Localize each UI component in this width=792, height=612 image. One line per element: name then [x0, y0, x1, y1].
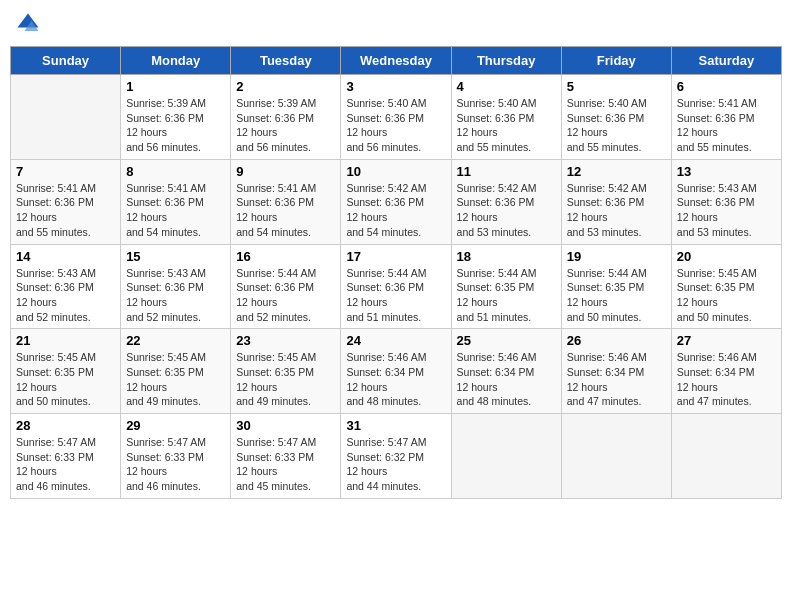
day-info: Sunrise: 5:46 AMSunset: 6:34 PM12 hoursa… [677, 350, 776, 409]
weekday-header-monday: Monday [121, 47, 231, 75]
day-number: 30 [236, 418, 335, 433]
calendar-cell: 10Sunrise: 5:42 AMSunset: 6:36 PM12 hour… [341, 159, 451, 244]
calendar-cell [11, 75, 121, 160]
day-info: Sunrise: 5:42 AMSunset: 6:36 PM12 hoursa… [346, 181, 445, 240]
day-number: 13 [677, 164, 776, 179]
day-info: Sunrise: 5:47 AMSunset: 6:33 PM12 hoursa… [16, 435, 115, 494]
day-number: 18 [457, 249, 556, 264]
day-number: 4 [457, 79, 556, 94]
calendar-cell: 30Sunrise: 5:47 AMSunset: 6:33 PM12 hour… [231, 414, 341, 499]
day-info: Sunrise: 5:44 AMSunset: 6:35 PM12 hoursa… [567, 266, 666, 325]
calendar-cell: 28Sunrise: 5:47 AMSunset: 6:33 PM12 hour… [11, 414, 121, 499]
calendar-cell: 17Sunrise: 5:44 AMSunset: 6:36 PM12 hour… [341, 244, 451, 329]
calendar-cell: 12Sunrise: 5:42 AMSunset: 6:36 PM12 hour… [561, 159, 671, 244]
day-info: Sunrise: 5:45 AMSunset: 6:35 PM12 hoursa… [16, 350, 115, 409]
weekday-header-sunday: Sunday [11, 47, 121, 75]
day-number: 21 [16, 333, 115, 348]
calendar-table: SundayMondayTuesdayWednesdayThursdayFrid… [10, 46, 782, 499]
day-info: Sunrise: 5:44 AMSunset: 6:35 PM12 hoursa… [457, 266, 556, 325]
calendar-cell: 11Sunrise: 5:42 AMSunset: 6:36 PM12 hour… [451, 159, 561, 244]
day-info: Sunrise: 5:40 AMSunset: 6:36 PM12 hoursa… [346, 96, 445, 155]
calendar-cell: 2Sunrise: 5:39 AMSunset: 6:36 PM12 hours… [231, 75, 341, 160]
calendar-week-4: 21Sunrise: 5:45 AMSunset: 6:35 PM12 hour… [11, 329, 782, 414]
day-number: 3 [346, 79, 445, 94]
day-number: 16 [236, 249, 335, 264]
day-info: Sunrise: 5:44 AMSunset: 6:36 PM12 hoursa… [346, 266, 445, 325]
day-number: 24 [346, 333, 445, 348]
calendar-cell: 21Sunrise: 5:45 AMSunset: 6:35 PM12 hour… [11, 329, 121, 414]
day-info: Sunrise: 5:46 AMSunset: 6:34 PM12 hoursa… [346, 350, 445, 409]
day-info: Sunrise: 5:45 AMSunset: 6:35 PM12 hoursa… [126, 350, 225, 409]
weekday-header-saturday: Saturday [671, 47, 781, 75]
day-info: Sunrise: 5:42 AMSunset: 6:36 PM12 hoursa… [567, 181, 666, 240]
day-info: Sunrise: 5:39 AMSunset: 6:36 PM12 hoursa… [126, 96, 225, 155]
calendar-cell: 23Sunrise: 5:45 AMSunset: 6:35 PM12 hour… [231, 329, 341, 414]
calendar-cell [561, 414, 671, 499]
day-number: 14 [16, 249, 115, 264]
page-header [10, 10, 782, 38]
calendar-cell: 15Sunrise: 5:43 AMSunset: 6:36 PM12 hour… [121, 244, 231, 329]
day-number: 31 [346, 418, 445, 433]
day-number: 1 [126, 79, 225, 94]
day-info: Sunrise: 5:40 AMSunset: 6:36 PM12 hoursa… [567, 96, 666, 155]
day-info: Sunrise: 5:41 AMSunset: 6:36 PM12 hoursa… [16, 181, 115, 240]
day-number: 7 [16, 164, 115, 179]
calendar-cell: 14Sunrise: 5:43 AMSunset: 6:36 PM12 hour… [11, 244, 121, 329]
calendar-cell: 19Sunrise: 5:44 AMSunset: 6:35 PM12 hour… [561, 244, 671, 329]
logo [14, 10, 46, 38]
day-info: Sunrise: 5:45 AMSunset: 6:35 PM12 hoursa… [677, 266, 776, 325]
calendar-cell: 29Sunrise: 5:47 AMSunset: 6:33 PM12 hour… [121, 414, 231, 499]
logo-icon [14, 10, 42, 38]
day-info: Sunrise: 5:41 AMSunset: 6:36 PM12 hoursa… [236, 181, 335, 240]
calendar-cell: 27Sunrise: 5:46 AMSunset: 6:34 PM12 hour… [671, 329, 781, 414]
calendar-cell: 9Sunrise: 5:41 AMSunset: 6:36 PM12 hours… [231, 159, 341, 244]
svg-marker-0 [18, 14, 39, 28]
day-number: 10 [346, 164, 445, 179]
weekday-header-thursday: Thursday [451, 47, 561, 75]
day-number: 25 [457, 333, 556, 348]
day-info: Sunrise: 5:43 AMSunset: 6:36 PM12 hoursa… [677, 181, 776, 240]
calendar-cell: 24Sunrise: 5:46 AMSunset: 6:34 PM12 hour… [341, 329, 451, 414]
calendar-cell: 25Sunrise: 5:46 AMSunset: 6:34 PM12 hour… [451, 329, 561, 414]
day-info: Sunrise: 5:46 AMSunset: 6:34 PM12 hoursa… [457, 350, 556, 409]
calendar-cell: 6Sunrise: 5:41 AMSunset: 6:36 PM12 hours… [671, 75, 781, 160]
calendar-cell: 18Sunrise: 5:44 AMSunset: 6:35 PM12 hour… [451, 244, 561, 329]
calendar-cell: 3Sunrise: 5:40 AMSunset: 6:36 PM12 hours… [341, 75, 451, 160]
day-info: Sunrise: 5:45 AMSunset: 6:35 PM12 hoursa… [236, 350, 335, 409]
calendar-cell [671, 414, 781, 499]
day-info: Sunrise: 5:47 AMSunset: 6:33 PM12 hoursa… [126, 435, 225, 494]
calendar-cell: 13Sunrise: 5:43 AMSunset: 6:36 PM12 hour… [671, 159, 781, 244]
day-number: 19 [567, 249, 666, 264]
day-info: Sunrise: 5:44 AMSunset: 6:36 PM12 hoursa… [236, 266, 335, 325]
calendar-cell: 16Sunrise: 5:44 AMSunset: 6:36 PM12 hour… [231, 244, 341, 329]
day-info: Sunrise: 5:41 AMSunset: 6:36 PM12 hoursa… [677, 96, 776, 155]
day-number: 23 [236, 333, 335, 348]
day-info: Sunrise: 5:40 AMSunset: 6:36 PM12 hoursa… [457, 96, 556, 155]
day-number: 8 [126, 164, 225, 179]
day-number: 2 [236, 79, 335, 94]
day-info: Sunrise: 5:42 AMSunset: 6:36 PM12 hoursa… [457, 181, 556, 240]
calendar-week-2: 7Sunrise: 5:41 AMSunset: 6:36 PM12 hours… [11, 159, 782, 244]
day-info: Sunrise: 5:39 AMSunset: 6:36 PM12 hoursa… [236, 96, 335, 155]
calendar-cell: 4Sunrise: 5:40 AMSunset: 6:36 PM12 hours… [451, 75, 561, 160]
calendar-cell: 5Sunrise: 5:40 AMSunset: 6:36 PM12 hours… [561, 75, 671, 160]
calendar-week-3: 14Sunrise: 5:43 AMSunset: 6:36 PM12 hour… [11, 244, 782, 329]
calendar-cell: 31Sunrise: 5:47 AMSunset: 6:32 PM12 hour… [341, 414, 451, 499]
day-number: 12 [567, 164, 666, 179]
day-info: Sunrise: 5:47 AMSunset: 6:32 PM12 hoursa… [346, 435, 445, 494]
calendar-cell: 20Sunrise: 5:45 AMSunset: 6:35 PM12 hour… [671, 244, 781, 329]
calendar-cell: 26Sunrise: 5:46 AMSunset: 6:34 PM12 hour… [561, 329, 671, 414]
day-info: Sunrise: 5:41 AMSunset: 6:36 PM12 hoursa… [126, 181, 225, 240]
day-number: 17 [346, 249, 445, 264]
day-number: 5 [567, 79, 666, 94]
calendar-header: SundayMondayTuesdayWednesdayThursdayFrid… [11, 47, 782, 75]
calendar-cell: 1Sunrise: 5:39 AMSunset: 6:36 PM12 hours… [121, 75, 231, 160]
day-number: 11 [457, 164, 556, 179]
day-number: 20 [677, 249, 776, 264]
calendar-week-5: 28Sunrise: 5:47 AMSunset: 6:33 PM12 hour… [11, 414, 782, 499]
day-number: 26 [567, 333, 666, 348]
day-number: 28 [16, 418, 115, 433]
day-number: 22 [126, 333, 225, 348]
calendar-cell: 7Sunrise: 5:41 AMSunset: 6:36 PM12 hours… [11, 159, 121, 244]
weekday-header-tuesday: Tuesday [231, 47, 341, 75]
